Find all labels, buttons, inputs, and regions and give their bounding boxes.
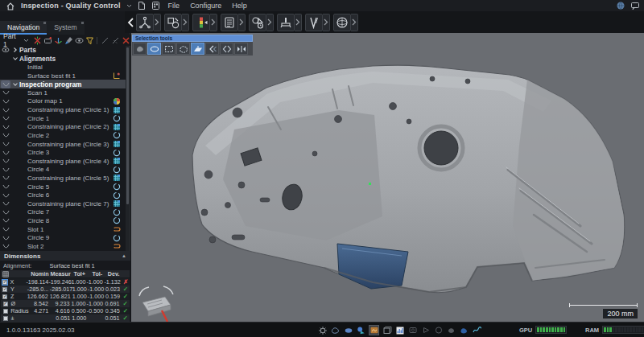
tool-expand-chevron-icon[interactable] bbox=[154, 14, 161, 31]
toolbar-collapse-icon[interactable] bbox=[126, 18, 134, 27]
tree-item-constraining-plane-circle-4-1[interactable]: Constraining plane (Circle 4) 1 bbox=[0, 157, 126, 166]
play-dim-button[interactable] bbox=[420, 325, 431, 335]
tree-item-constraining-plane-circle-2-1[interactable]: Constraining plane (Circle 2) 1 bbox=[0, 122, 126, 131]
online-globe-icon[interactable] bbox=[616, 1, 625, 10]
colormap-tool-button[interactable] bbox=[192, 14, 210, 31]
dimension-checkbox[interactable]: ✓ bbox=[2, 280, 7, 285]
dimension-row-radius[interactable]: Radius4.2714.6160.500-0.5000.345✓ bbox=[1, 307, 130, 314]
home-icon[interactable] bbox=[6, 2, 15, 10]
report-tool-button[interactable] bbox=[221, 14, 238, 31]
caliper-tool-button[interactable] bbox=[305, 14, 323, 31]
column-header-tol[interactable]: Tol+ bbox=[72, 270, 87, 277]
compare-tool-button[interactable] bbox=[249, 14, 266, 31]
tree-item-constraining-plane-circle-1-1[interactable]: Constraining plane (Circle 1) 1 bbox=[0, 105, 126, 114]
tree-item-constraining-plane-circle-5-1[interactable]: Constraining plane (Circle 5) 1 bbox=[0, 174, 126, 183]
feedback-icon[interactable] bbox=[630, 1, 640, 10]
tab-system[interactable]: System bbox=[47, 21, 84, 35]
line-button[interactable] bbox=[100, 35, 109, 45]
tree-scrollbar-thumb[interactable] bbox=[126, 47, 129, 204]
tree-expander-icon[interactable] bbox=[11, 55, 19, 62]
tree-item-scan-1[interactable]: Scan 1 bbox=[0, 88, 126, 97]
cleanup-tool-button[interactable] bbox=[277, 14, 295, 31]
select-converge-button[interactable] bbox=[234, 43, 248, 55]
tool-expand-chevron-icon[interactable] bbox=[238, 14, 246, 31]
alignment-value[interactable]: Surface best fit 1 bbox=[49, 262, 94, 269]
dimension-checkbox[interactable]: ✓ bbox=[2, 294, 7, 299]
tree-item-circle-8[interactable]: Circle 8 bbox=[0, 216, 126, 225]
tree-item-alignments[interactable]: Alignments bbox=[0, 55, 126, 64]
tree-expander-icon[interactable] bbox=[11, 47, 19, 53]
tool-expand-chevron-icon[interactable] bbox=[295, 14, 302, 31]
column-header-measur[interactable]: Measur bbox=[51, 270, 72, 277]
menu-help[interactable]: Help bbox=[229, 2, 250, 10]
delete-button[interactable] bbox=[121, 35, 130, 45]
align-x-button[interactable] bbox=[32, 35, 42, 45]
device-button[interactable] bbox=[43, 35, 52, 45]
tree-item-circle-5[interactable]: Circle 5 bbox=[0, 183, 126, 191]
tree-item-circle-3[interactable]: Circle 3 bbox=[0, 148, 126, 157]
tree-item-initial[interactable]: Initial bbox=[0, 63, 126, 72]
tree-item-constraining-plane-circle-7-1[interactable]: Constraining plane (Circle 7) 1 bbox=[0, 199, 126, 208]
tree-item-slot-2[interactable]: Slot 2 bbox=[0, 242, 126, 251]
workspace-caret-icon[interactable] bbox=[126, 4, 132, 8]
select-lasso-button[interactable] bbox=[176, 43, 190, 55]
color-features-button[interactable] bbox=[356, 325, 366, 335]
sphere-dim-button[interactable] bbox=[433, 325, 444, 335]
dimensions-header[interactable]: Dimensions ▲ bbox=[0, 251, 130, 261]
tool-expand-chevron-icon[interactable] bbox=[210, 14, 217, 31]
select-flip-left-button[interactable] bbox=[205, 43, 219, 55]
gear-button[interactable] bbox=[317, 325, 328, 335]
snapshot-dim-button[interactable] bbox=[407, 325, 418, 335]
collapse-panel-icon[interactable]: ▲ bbox=[122, 253, 126, 258]
object-tool-button[interactable] bbox=[333, 14, 351, 31]
tree-item-circle-4[interactable]: Circle 4 bbox=[0, 166, 126, 175]
part-3d-model[interactable] bbox=[131, 33, 644, 322]
dimension-row-y[interactable]: ✓Y-285.0...-285.0171.000-1.0000.023✓ bbox=[1, 286, 130, 293]
viewport-3d[interactable]: Selection tools 200 mm bbox=[131, 33, 644, 322]
features-tool-button[interactable] bbox=[164, 14, 182, 31]
blob-dim-button[interactable] bbox=[446, 325, 456, 335]
new-document-icon[interactable] bbox=[138, 1, 146, 10]
histogram-button[interactable] bbox=[394, 325, 405, 335]
filter-button[interactable] bbox=[85, 35, 94, 45]
menu-configure[interactable]: Configure bbox=[188, 2, 224, 10]
selection-tools-palette[interactable]: Selection tools bbox=[132, 35, 253, 55]
select-ellipse-button[interactable] bbox=[147, 43, 161, 55]
column-header-tol[interactable]: Tol- bbox=[87, 270, 104, 277]
column-header-nomin[interactable]: Nomin bbox=[29, 270, 51, 277]
spline-cyan-button[interactable] bbox=[472, 325, 482, 335]
tool-expand-chevron-icon[interactable] bbox=[351, 14, 358, 31]
tree-expander-icon[interactable] bbox=[11, 81, 19, 88]
dimension-row-[interactable]: ±0.0511.0000.051✓ bbox=[1, 314, 130, 322]
menu-file[interactable]: File bbox=[166, 2, 183, 10]
tool-expand-chevron-icon[interactable] bbox=[323, 14, 330, 31]
tree-item-slot-1[interactable]: Slot 1 bbox=[0, 225, 126, 234]
texture-button[interactable] bbox=[369, 325, 379, 335]
tree-item-parts[interactable]: Parts bbox=[0, 46, 126, 55]
eye-button[interactable] bbox=[74, 35, 84, 45]
alignment-tool-button[interactable] bbox=[136, 14, 154, 31]
dimension-checkbox[interactable] bbox=[3, 316, 8, 321]
bounding-box-button[interactable] bbox=[382, 325, 392, 335]
dimension-row-[interactable]: ✓Ø8.5429.2331.000-1.0000.691✓ bbox=[1, 300, 130, 307]
tree-scrollbar[interactable] bbox=[126, 46, 130, 251]
dimension-checkbox[interactable]: ✓ bbox=[3, 302, 8, 306]
surface-button[interactable] bbox=[330, 325, 341, 335]
template-gallery-icon[interactable] bbox=[151, 1, 160, 10]
tree-item-constraining-plane-circle-3-1[interactable]: Constraining plane (Circle 3) 1 bbox=[0, 140, 126, 149]
dimension-checkbox[interactable] bbox=[3, 309, 8, 314]
select-freeform-button[interactable] bbox=[133, 43, 147, 55]
select-rectangle-button[interactable] bbox=[162, 43, 175, 55]
tree-item-surface-best-fit-1[interactable]: Surface best fit 1 bbox=[0, 72, 126, 80]
point-cloud-button[interactable] bbox=[343, 325, 353, 335]
measure-button[interactable] bbox=[110, 35, 120, 45]
tree-item-circle-9[interactable]: Circle 9 bbox=[0, 233, 126, 242]
dimension-row-z[interactable]: ✓Z126.662126.8211.000-1.0000.159✓ bbox=[1, 293, 130, 300]
select-flip-both-button[interactable] bbox=[220, 43, 233, 55]
tree-item-circle-1[interactable]: Circle 1 bbox=[0, 114, 126, 123]
tree-item-circle-6[interactable]: Circle 6 bbox=[0, 191, 126, 199]
tree-item-inspection-program[interactable]: Inspection program bbox=[0, 80, 126, 88]
tool-expand-chevron-icon[interactable] bbox=[266, 14, 274, 31]
selection-tools-title[interactable]: Selection tools bbox=[132, 35, 253, 42]
tree-item-circle-7[interactable]: Circle 7 bbox=[0, 208, 126, 217]
